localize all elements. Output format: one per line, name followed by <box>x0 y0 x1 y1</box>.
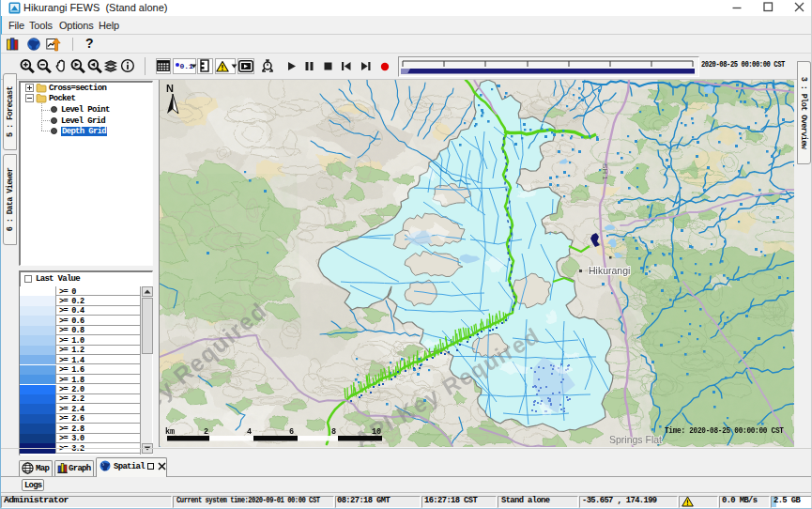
svg-text:8: 8 <box>331 427 336 437</box>
svg-text:Time: 2020-08-25 00:00:00 CST: Time: 2020-08-25 00:00:00 CST <box>665 426 784 435</box>
svg-text:6: 6 <box>289 427 294 437</box>
svg-text:2: 2 <box>204 427 208 437</box>
svg-text:N: N <box>166 83 174 94</box>
svg-text:4: 4 <box>247 427 252 437</box>
svg-text:Springs Flat: Springs Flat <box>609 434 662 445</box>
svg-text:SH 1: SH 1 <box>601 163 609 180</box>
svg-text:10: 10 <box>372 427 381 437</box>
svg-text:Hikurangi: Hikurangi <box>589 265 630 276</box>
svg-text:km: km <box>165 427 175 437</box>
